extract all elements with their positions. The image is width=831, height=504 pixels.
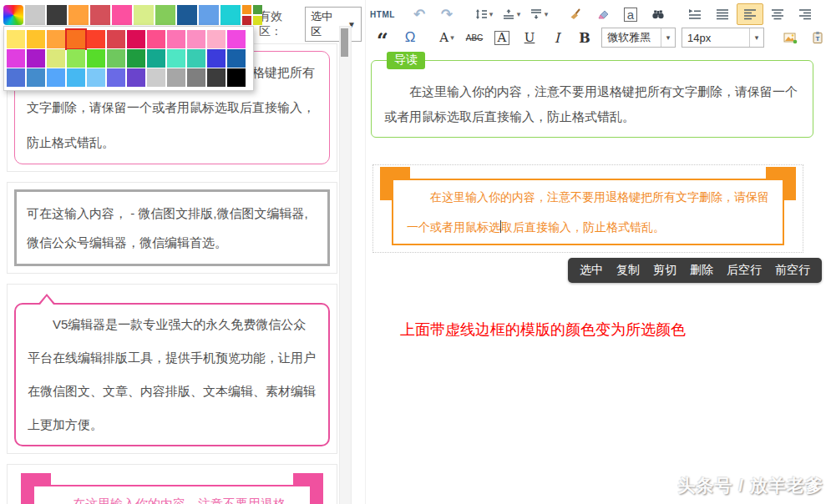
palette-swatch[interactable] <box>207 30 225 48</box>
font-family-select[interactable]: 微软雅黑 ▾ <box>601 28 676 48</box>
palette-row <box>7 68 251 87</box>
selected-template-region[interactable]: 在这里输入你的内容，注意不要用退格键把所有文字删除，请保留一个或者用鼠标选取后直… <box>372 164 803 253</box>
palette-swatch[interactable] <box>147 49 165 68</box>
strikethrough-button[interactable]: ABC <box>461 27 488 48</box>
palette-swatch[interactable] <box>7 49 25 68</box>
colorbar-swatch[interactable] <box>199 5 219 25</box>
colorbar-swatch[interactable] <box>112 5 132 25</box>
intro-template[interactable]: 导读 在这里输入你的内容，注意不要用退格键把所有文字删除，请保留一个或者用鼠标选… <box>371 60 813 138</box>
context-menu-item[interactable]: 选中 <box>580 263 603 278</box>
palette-swatch[interactable] <box>147 68 165 87</box>
palette-swatch[interactable] <box>127 49 145 68</box>
blockquote-button[interactable]: “ <box>369 23 396 52</box>
first-line-indent-button[interactable] <box>682 3 708 25</box>
palette-swatch[interactable] <box>127 68 145 87</box>
context-menu-item[interactable]: 删除 <box>690 263 713 278</box>
space-before-button[interactable]: ▾ <box>498 3 524 25</box>
html-source-button[interactable]: HTML <box>369 3 396 25</box>
watermark: 头条号 / 放羊老爹 <box>677 474 823 497</box>
palette-swatch[interactable] <box>167 30 185 48</box>
space-after-button[interactable]: ▾ <box>525 3 552 25</box>
palette-swatch-selected[interactable] <box>67 30 85 48</box>
colorbar-swatch[interactable] <box>220 5 241 25</box>
palette-swatch[interactable] <box>67 49 85 68</box>
colorbar-swatch[interactable] <box>68 5 89 25</box>
context-menu-item[interactable]: 复制 <box>616 263 640 278</box>
palette-swatch[interactable] <box>47 49 65 68</box>
palette-swatch[interactable] <box>47 30 65 48</box>
palette-swatch[interactable] <box>7 68 25 87</box>
palette-swatch[interactable] <box>227 30 246 48</box>
palette-swatch[interactable] <box>27 49 45 68</box>
align-left-button[interactable] <box>737 3 763 25</box>
eraser-button[interactable] <box>590 3 616 25</box>
palette-swatch[interactable] <box>207 49 225 68</box>
palette-swatch[interactable] <box>167 49 185 68</box>
orange-ribbon-template[interactable]: 在这里输入你的内容，注意不要用退格键把所有文字删除，请保留一个或者用鼠标选取后直… <box>373 165 803 250</box>
palette-swatch[interactable] <box>127 30 145 48</box>
palette-swatch[interactable] <box>187 30 205 48</box>
background-color-button[interactable]: A <box>489 27 515 48</box>
palette-swatch[interactable] <box>107 68 125 87</box>
justify-button[interactable] <box>709 3 736 25</box>
colorbar-swatch[interactable] <box>155 5 175 25</box>
underline-button[interactable]: U <box>516 27 543 48</box>
rainbow-wheel-icon[interactable] <box>3 5 23 25</box>
region-select[interactable]: 选中区 ▼ <box>305 7 362 42</box>
palette-swatch[interactable] <box>187 49 205 68</box>
insert-image-button[interactable] <box>777 27 803 48</box>
palette-swatch[interactable] <box>187 68 205 87</box>
palette-swatch[interactable] <box>87 68 105 87</box>
palette-swatch[interactable] <box>47 68 65 87</box>
orange-template-text[interactable]: 在这里输入你的内容，注意不要用退格键把所有文字删除，请保留一个或者用鼠标选取后直… <box>407 182 769 242</box>
palette-swatch[interactable] <box>107 30 125 48</box>
align-center-button[interactable] <box>764 3 791 25</box>
palette-swatch[interactable] <box>207 68 225 87</box>
colorbar-swatch[interactable] <box>177 5 197 25</box>
space-after-icon <box>530 8 543 21</box>
undo-button[interactable]: ↶ <box>406 3 433 25</box>
italic-button[interactable]: I <box>544 27 570 48</box>
line-height-icon <box>474 8 488 21</box>
editing-canvas[interactable]: 导读 在这里输入你的内容，注意不要用退格键把所有文字删除，请保留一个或者用鼠标选… <box>366 49 831 504</box>
chevron-down-icon: ▾ <box>749 28 763 47</box>
template-card-pink-ribbon[interactable]: 在这里输入你的内容，注意不要用退格键把所有文字删除，请保留一个或者用鼠标选取后直… <box>7 464 337 504</box>
palette-swatch[interactable] <box>7 30 25 48</box>
colorbar-swatch[interactable] <box>47 5 67 25</box>
colorbar-swatch[interactable] <box>25 5 45 25</box>
palette-swatch[interactable] <box>167 68 185 87</box>
colorbar-swatch[interactable] <box>90 5 110 25</box>
line-height-button[interactable]: ▾ <box>470 3 497 25</box>
align-right-button[interactable] <box>792 3 818 25</box>
font-size-select[interactable]: 14px ▾ <box>682 28 764 48</box>
color-grid-icon[interactable] <box>242 5 262 25</box>
palette-swatch[interactable] <box>227 68 246 87</box>
special-char-button[interactable]: Ω <box>397 27 423 48</box>
left-scrollbar[interactable] <box>339 26 352 504</box>
context-menu-item[interactable]: 后空行 <box>727 263 762 278</box>
template-card-gray-box[interactable]: 可在这输入内容， - 微信图文排版,微信图文编辑器,微信公众号编辑器，微信编辑首… <box>7 182 337 274</box>
format-brush-button[interactable] <box>562 3 589 25</box>
template-card-pink-bubble[interactable]: V5编辑器是一款专业强大的永久免费微信公众平台在线编辑排版工具，提供手机预览功能… <box>7 284 337 454</box>
palette-swatch[interactable] <box>87 49 105 68</box>
paste-text-button[interactable]: T <box>804 27 831 48</box>
palette-swatch[interactable] <box>87 30 105 48</box>
palette-swatch[interactable] <box>147 30 165 48</box>
colorbar-swatch[interactable] <box>134 5 154 25</box>
context-menu-item[interactable]: 前空行 <box>775 263 810 278</box>
palette-swatch[interactable] <box>67 68 85 87</box>
palette-swatch[interactable] <box>227 49 246 68</box>
ribbon-box[interactable]: 在这里输入你的内容，注意不要用退格键把所有文字删除，请保留一个或者用鼠标选取后直… <box>392 179 784 245</box>
font-color-button[interactable]: A ▾ <box>433 27 460 48</box>
context-menu-item[interactable]: 剪切 <box>653 263 676 278</box>
intro-text[interactable]: 在这里输入你的内容，注意不要用退格键把所有文字删除，请保留一个或者用鼠标选取后直… <box>372 61 813 129</box>
ribbon-box: 在这里输入你的内容，注意不要用退格键把所有文字删除，请保留一个或者用鼠标选取后直… <box>33 485 312 504</box>
find-replace-button[interactable] <box>645 3 671 25</box>
auto-format-button[interactable]: a <box>617 3 644 25</box>
palette-swatch[interactable] <box>27 30 45 48</box>
redo-button[interactable]: ↷ <box>433 3 460 25</box>
palette-swatch[interactable] <box>27 68 45 87</box>
palette-swatch[interactable] <box>107 49 125 68</box>
bold-button[interactable]: B <box>571 27 598 48</box>
left-scrollbar-thumb[interactable] <box>341 28 348 57</box>
